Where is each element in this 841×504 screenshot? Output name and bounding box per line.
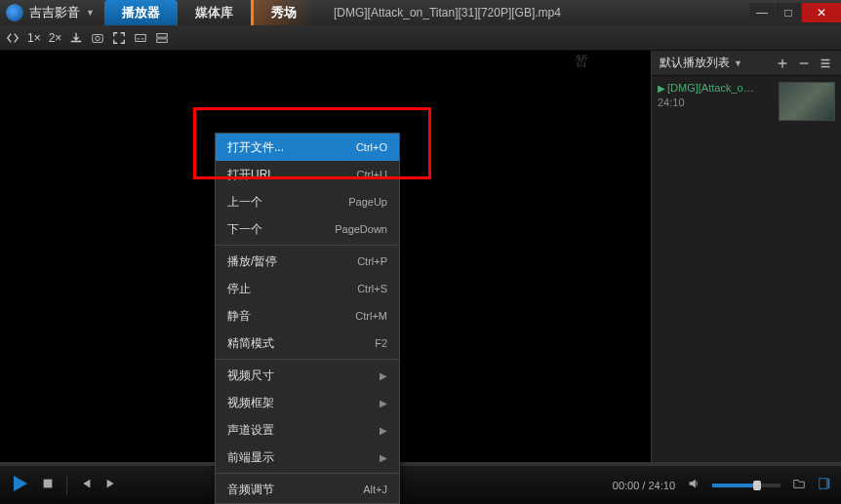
- maximize-button[interactable]: □: [776, 3, 801, 22]
- speed-2x-button[interactable]: 2×: [49, 31, 62, 45]
- context-menu-shortcut: PageUp: [348, 196, 387, 208]
- app-name: 吉吉影音: [29, 4, 80, 21]
- submenu-arrow-icon: ▶: [380, 425, 387, 436]
- context-menu-shortcut: Ctrl+S: [357, 283, 387, 294]
- submenu-arrow-icon: ▶: [380, 370, 387, 381]
- window-buttons: — □ ✕: [748, 3, 841, 22]
- playlist-add-icon[interactable]: [775, 56, 790, 71]
- tab-show-label: 秀场: [271, 4, 297, 21]
- context-menu-separator: [216, 473, 399, 474]
- main-area: 暂 默认播放列表 ▼ ▶[DMG][Attack_o… 24:10: [0, 51, 841, 465]
- next-button[interactable]: [104, 477, 118, 494]
- settings-icon[interactable]: [155, 31, 169, 45]
- stop-button[interactable]: [41, 477, 55, 494]
- volume-icon[interactable]: [687, 477, 701, 494]
- context-menu-item[interactable]: 声道设置▶: [216, 416, 399, 444]
- context-menu-item[interactable]: 静音Ctrl+M: [216, 302, 399, 330]
- prev-button[interactable]: [79, 477, 93, 494]
- back-forward-icon[interactable]: [6, 31, 20, 45]
- export-icon[interactable]: [69, 31, 83, 45]
- svg-rect-0: [93, 34, 103, 42]
- playlist-item-name: ▶[DMG][Attack_o…: [658, 82, 773, 94]
- title-bar: 吉吉影音 ▼ 播放器 媒体库 秀场 [DMG][Attack_on_Titan]…: [0, 0, 841, 25]
- file-title: [DMG][Attack_on_Titan][31][720P][GB].mp4: [314, 6, 748, 19]
- playlist-dropdown-icon[interactable]: ▼: [734, 58, 742, 68]
- svg-rect-3: [157, 33, 168, 37]
- context-menu-label: 上一个: [227, 194, 348, 211]
- playing-indicator-icon: ▶: [658, 83, 665, 94]
- context-menu-item[interactable]: 打开文件...Ctrl+O: [216, 134, 399, 161]
- context-menu-item[interactable]: 上一个PageUp: [216, 188, 399, 215]
- playlist-item-duration: 24:10: [658, 97, 773, 108]
- playlist-remove-icon[interactable]: [796, 56, 812, 71]
- playlist-item[interactable]: ▶[DMG][Attack_o… 24:10: [652, 76, 841, 127]
- close-button[interactable]: ✕: [802, 3, 841, 22]
- speed-1x-button[interactable]: 1×: [27, 31, 41, 45]
- tab-library-label: 媒体库: [195, 4, 233, 21]
- context-menu-label: 停止: [227, 281, 357, 297]
- app-logo-icon: [6, 4, 23, 21]
- context-menu-separator: [216, 359, 399, 360]
- fullscreen-icon[interactable]: [112, 31, 126, 45]
- context-menu-shortcut: F2: [375, 337, 387, 349]
- context-menu-shortcut: Ctrl+U: [357, 169, 387, 180]
- context-menu-item[interactable]: 视频框架▶: [216, 389, 399, 416]
- subtitle-icon[interactable]: [134, 31, 147, 45]
- context-menu-label: 声道设置: [227, 422, 380, 439]
- playlist-header: 默认播放列表 ▼: [652, 51, 841, 76]
- time-display: 00:00 / 24:10: [613, 480, 675, 491]
- context-menu-label: 音频调节: [227, 482, 363, 498]
- volume-slider[interactable]: [712, 484, 781, 487]
- context-menu-item[interactable]: 下一个PageDown: [216, 215, 399, 243]
- tab-library[interactable]: 媒体库: [178, 0, 251, 25]
- context-menu-item[interactable]: 停止Ctrl+S: [216, 275, 399, 302]
- context-menu-item[interactable]: 精简模式F2: [216, 330, 399, 357]
- snapshot-icon[interactable]: [91, 31, 104, 45]
- context-menu-shortcut: Ctrl+P: [357, 255, 387, 267]
- divider: [66, 476, 67, 495]
- playlist-menu-icon[interactable]: [818, 56, 833, 71]
- toolbar: 1× 2×: [0, 25, 841, 51]
- context-menu-label: 视频尺寸: [227, 368, 380, 384]
- tab-show[interactable]: 秀场: [251, 0, 314, 25]
- context-menu-label: 视频框架: [227, 395, 380, 411]
- context-menu: 打开文件...Ctrl+O打开URL...Ctrl+U上一个PageUp下一个P…: [215, 133, 400, 504]
- context-menu-item[interactable]: 音频调节Alt+J: [216, 476, 399, 503]
- context-menu-separator: [216, 245, 399, 246]
- context-menu-item[interactable]: 打开URL...Ctrl+U: [216, 161, 399, 188]
- tab-player[interactable]: 播放器: [104, 0, 178, 25]
- playlist-item-thumbnail: [779, 82, 835, 121]
- context-menu-item[interactable]: 前端显示▶: [216, 444, 399, 471]
- svg-rect-5: [44, 479, 53, 487]
- context-menu-label: 前端显示: [227, 449, 380, 466]
- context-menu-shortcut: Alt+J: [363, 484, 387, 495]
- context-menu-label: 打开文件...: [227, 139, 356, 156]
- context-menu-item[interactable]: 视频尺寸▶: [216, 362, 399, 389]
- context-menu-label: 打开URL...: [227, 167, 357, 183]
- context-menu-shortcut: Ctrl+O: [356, 141, 387, 153]
- context-menu-label: 播放/暂停: [227, 253, 357, 270]
- toggle-playlist-icon[interactable]: [818, 477, 831, 494]
- playback-controls: 00:00 / 24:10: [0, 465, 841, 504]
- context-menu-shortcut: PageDown: [335, 223, 387, 235]
- svg-rect-7: [828, 478, 830, 488]
- context-menu-shortcut: Ctrl+M: [355, 310, 387, 322]
- timeline-slider[interactable]: [0, 462, 841, 466]
- context-menu-label: 精简模式: [227, 335, 375, 352]
- playlist-title[interactable]: 默认播放列表: [660, 55, 730, 71]
- tab-player-label: 播放器: [122, 4, 160, 21]
- svg-point-1: [96, 36, 100, 40]
- open-file-icon[interactable]: [792, 477, 806, 494]
- context-menu-label: 静音: [227, 308, 355, 325]
- context-menu-item[interactable]: 播放/暂停Ctrl+P: [216, 248, 399, 275]
- playlist-sidebar: 默认播放列表 ▼ ▶[DMG][Attack_o… 24:10: [651, 51, 841, 465]
- svg-rect-4: [157, 38, 168, 42]
- submenu-arrow-icon: ▶: [380, 398, 387, 408]
- watermark-text: 暂: [575, 53, 592, 70]
- svg-rect-2: [136, 34, 146, 41]
- minimize-button[interactable]: —: [749, 3, 775, 22]
- play-button[interactable]: [10, 474, 29, 497]
- context-menu-label: 下一个: [227, 221, 335, 238]
- svg-rect-6: [820, 478, 827, 488]
- app-menu-dropdown-icon[interactable]: ▼: [86, 8, 95, 18]
